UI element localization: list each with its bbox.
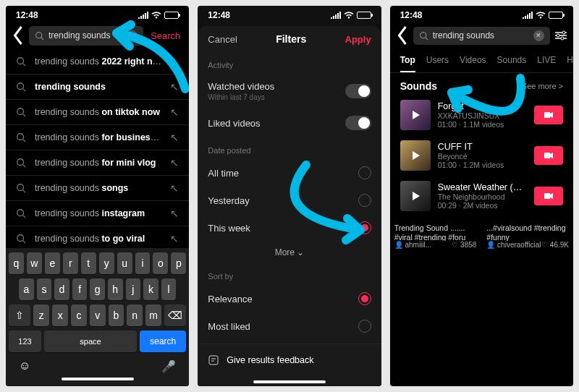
key-i[interactable]: i xyxy=(135,252,151,274)
key-j[interactable]: j xyxy=(126,278,141,300)
filter-watched-videos[interactable]: Watched videos Within last 7 days xyxy=(198,74,381,108)
suggestion-text: trending sounds instagram xyxy=(35,208,161,218)
suggestion-row[interactable]: trending sounds instagram ↖ xyxy=(6,201,189,226)
toggle-switch[interactable] xyxy=(345,84,371,98)
key-y[interactable]: y xyxy=(99,252,114,274)
insert-icon[interactable]: ↖ xyxy=(170,157,179,169)
key-w[interactable]: w xyxy=(27,252,42,274)
filter-yesterday[interactable]: Yesterday xyxy=(198,187,381,214)
key-g[interactable]: g xyxy=(90,278,105,300)
key-space[interactable]: space xyxy=(44,331,137,352)
back-icon[interactable] xyxy=(396,25,409,46)
key-c[interactable]: c xyxy=(71,304,87,326)
record-button[interactable] xyxy=(534,106,563,124)
key-h[interactable]: h xyxy=(108,278,123,300)
tab-sounds[interactable]: Sounds xyxy=(497,55,527,72)
key-q[interactable]: q xyxy=(9,252,24,274)
battery-icon xyxy=(549,12,563,19)
key-d[interactable]: d xyxy=(54,278,69,300)
record-button[interactable] xyxy=(534,146,563,165)
video-column: 3h ago Trending Sound ....... #viral #tr… xyxy=(390,221,481,253)
sound-item[interactable]: CUFF IT Beyoncé 01:00 · 1.2M videos xyxy=(390,135,573,176)
key-shift[interactable]: ⇧ xyxy=(9,304,30,326)
feedback-button[interactable]: Give results feedback xyxy=(198,344,381,376)
suggestion-row[interactable]: trending sounds 2022 right now ↖ xyxy=(6,49,189,74)
radio-button[interactable] xyxy=(358,292,371,305)
filter-all-time[interactable]: All time xyxy=(198,159,381,187)
key-f[interactable]: f xyxy=(72,278,88,300)
suggestion-row[interactable]: trending sounds for businesses ↖ xyxy=(6,125,189,150)
suggestion-row[interactable]: trending sounds to go viral ↖ xyxy=(6,226,189,248)
emoji-icon[interactable]: ☺ xyxy=(19,359,30,373)
suggestion-row[interactable]: trending sounds ↖ xyxy=(6,74,189,100)
filter-icon[interactable] xyxy=(554,30,567,41)
key-n[interactable]: n xyxy=(127,304,143,326)
record-button[interactable] xyxy=(534,187,563,205)
key-u[interactable]: u xyxy=(117,252,132,274)
cancel-button[interactable]: Cancel xyxy=(208,34,237,45)
back-icon[interactable] xyxy=(12,25,25,46)
suggestion-row[interactable]: trending sounds songs ↖ xyxy=(6,176,189,201)
video-grid: 3h ago Trending Sound ....... #viral #tr… xyxy=(390,221,573,253)
search-input[interactable]: trending sounds ✕ xyxy=(413,27,550,45)
sound-item[interactable]: Sweater Weather (Sped Up) The Neighbourh… xyxy=(390,176,573,216)
radio-button[interactable] xyxy=(358,221,371,234)
key-z[interactable]: z xyxy=(33,304,49,326)
insert-icon[interactable]: ↖ xyxy=(170,233,179,244)
insert-icon[interactable]: ↖ xyxy=(170,208,179,219)
key-x[interactable]: x xyxy=(52,304,68,326)
see-more-link[interactable]: See more > xyxy=(522,82,563,90)
key-p[interactable]: p xyxy=(171,252,186,274)
more-button[interactable]: More ⌄ xyxy=(198,242,381,263)
key-v[interactable]: v xyxy=(90,304,106,326)
key-m[interactable]: m xyxy=(145,304,161,326)
insert-icon[interactable]: ↖ xyxy=(170,182,179,194)
key-s[interactable]: s xyxy=(37,278,52,300)
tab-users[interactable]: Users xyxy=(426,55,449,72)
clear-icon[interactable]: ✕ xyxy=(127,30,138,41)
key-b[interactable]: b xyxy=(109,304,124,326)
key-search[interactable]: search xyxy=(140,331,186,352)
insert-icon[interactable]: ↖ xyxy=(170,56,179,67)
key-l[interactable]: l xyxy=(161,278,177,300)
key-a[interactable]: a xyxy=(19,278,34,300)
search-icon xyxy=(35,31,44,41)
filter-relevance[interactable]: Relevance xyxy=(198,285,381,312)
key-t[interactable]: t xyxy=(81,252,96,274)
insert-icon[interactable]: ↖ xyxy=(170,106,179,118)
sound-thumbnail[interactable] xyxy=(400,181,431,211)
svg-point-6 xyxy=(17,184,24,191)
apply-button[interactable]: Apply xyxy=(345,34,371,45)
filter-liked-videos[interactable]: Liked videos xyxy=(198,108,381,137)
tab-top[interactable]: Top xyxy=(400,55,415,72)
suggestion-row[interactable]: trending sounds on tiktok now ↖ xyxy=(6,100,189,125)
radio-button[interactable] xyxy=(358,166,371,179)
tab-hashtags[interactable]: Hashtag xyxy=(567,55,573,72)
clear-icon[interactable]: ✕ xyxy=(533,30,544,41)
suggestion-row[interactable]: trending sounds for mini vlog ↖ xyxy=(6,150,189,176)
tab-live[interactable]: LIVE xyxy=(537,55,556,72)
tab-videos[interactable]: Videos xyxy=(460,55,486,72)
key-123[interactable]: 123 xyxy=(9,331,41,352)
radio-button[interactable] xyxy=(358,320,371,333)
mic-icon[interactable]: 🎤 xyxy=(161,359,176,373)
home-indicator[interactable] xyxy=(253,380,326,383)
insert-icon[interactable]: ↖ xyxy=(170,81,179,93)
search-input[interactable]: trending sounds | ✕ xyxy=(29,26,143,46)
key-e[interactable]: e xyxy=(45,252,60,274)
key-k[interactable]: k xyxy=(143,278,159,300)
key-r[interactable]: r xyxy=(63,252,78,274)
search-button[interactable]: Search xyxy=(148,30,183,41)
home-indicator[interactable] xyxy=(62,378,134,380)
key-o[interactable]: o xyxy=(153,252,168,274)
sound-item[interactable]: Forget XXKATUSJINSUX 01:00 · 1.1M videos xyxy=(390,95,573,135)
filters-title: Filters xyxy=(276,33,306,45)
insert-icon[interactable]: ↖ xyxy=(170,132,179,143)
toggle-switch[interactable] xyxy=(345,116,371,130)
sound-thumbnail[interactable] xyxy=(400,140,431,171)
filter-most-liked[interactable]: Most liked xyxy=(198,312,381,340)
sound-thumbnail[interactable] xyxy=(400,100,431,130)
radio-button[interactable] xyxy=(358,194,371,207)
key-backspace[interactable]: ⌫ xyxy=(164,304,186,326)
filter-this-week[interactable]: This week xyxy=(198,214,381,242)
